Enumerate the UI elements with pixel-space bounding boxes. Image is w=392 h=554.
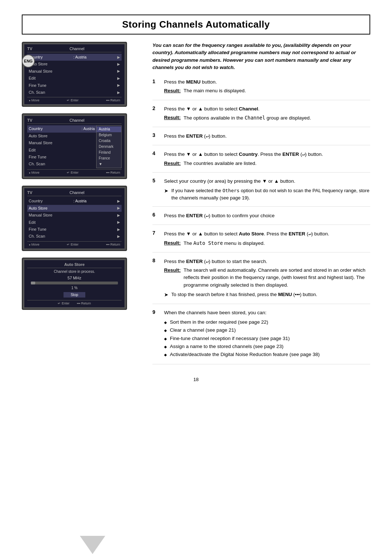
step-num-3: 3 — [152, 132, 160, 140]
step-content-8: Press the ENTER (↵) button to start the … — [164, 258, 370, 299]
menu-item-edit-2: Edit — [27, 147, 96, 154]
step-7: 7 Press the ▼ or ▲ button to select Auto… — [152, 230, 370, 252]
bullet-1: Sort them in the order required (see pag… — [164, 319, 370, 326]
step-9: 9 When the channels have been stored, yo… — [152, 309, 370, 365]
menu-item-finetune-3: Fine Tune ▶ — [27, 226, 122, 233]
screen2-menu-wrap: Country : Austria Auto Store Manual Stor… — [27, 125, 122, 168]
stop-button[interactable]: Stop — [64, 292, 86, 298]
bottom-triangle-decoration — [80, 536, 105, 554]
move-label-2: ⬥ Move — [29, 171, 40, 174]
country-dropdown: Austria Belgium Croatia Denmark Finland … — [96, 125, 122, 168]
menu-item-country-1: Country : Austria ▶ — [27, 54, 122, 61]
auto-store-freq: 57 MHz — [27, 276, 122, 280]
step-num-5: 5 — [152, 178, 160, 201]
step-8: 8 Press the ENTER (↵) button to start th… — [152, 258, 370, 304]
page: Storing Channels Automatically ENG TV Ch… — [0, 15, 392, 554]
progress-fill — [31, 282, 35, 284]
menu-item-autostore-2: Auto Store — [27, 133, 96, 139]
eng-badge: ENG — [22, 54, 35, 68]
step1-result: Result: The main menu is displayed. — [164, 87, 370, 94]
tv-footer-1: ⬥ Move ↵ Enter ▪▪▪ Return — [27, 97, 122, 103]
tv-header-3: TV Channel — [27, 190, 122, 196]
menu-item-edit-3: Edit ▶ — [27, 219, 122, 226]
menu-item-autostore-1: Auto Store ▶ — [27, 61, 122, 68]
step-num-1: 1 — [152, 78, 160, 95]
bullet-3: Fine-tune channel reception if necessary… — [164, 335, 370, 342]
progress-bar — [31, 282, 118, 284]
step-content-4: Press the ▼ or ▲ button to select Countr… — [164, 150, 370, 167]
tv-screen-3: TV Channel Country : Austria ▶ Auto Stor… — [22, 186, 127, 251]
step-6: 6 Press the ENTER (↵) button to confirm … — [152, 212, 370, 225]
step2-result: Result: The options available in the Cha… — [164, 114, 370, 122]
step-num-9: 9 — [152, 309, 160, 359]
bullet-2: Clear a channel (see page 21) — [164, 327, 370, 334]
step4-result: Result: The countries available are list… — [164, 160, 370, 167]
tv-footer-2: ⬥ Move ↵ Enter ▪▪▪ Return — [27, 169, 122, 175]
menu-item-manualstore-2: Manual Store — [27, 139, 96, 146]
auto-store-subtitle: Channel store in process. — [27, 270, 122, 274]
step-content-5: Select your country (or area) by pressin… — [164, 178, 370, 201]
bullet-5: Activate/deactivate the Digital Noise Re… — [164, 351, 370, 358]
step-3: 3 Press the ENTER (↵) button. — [152, 132, 370, 145]
auto-store-pct: 1 % — [27, 286, 122, 290]
step7-result: Result: The Auto Store menu is displayed… — [164, 239, 370, 247]
menu-item-edit-1: Edit ▶ — [27, 75, 122, 82]
menu-item-finetune-2: Fine Tune — [27, 154, 96, 161]
content-area: TV Channel Country : Austria ▶ Auto Stor… — [22, 42, 370, 369]
title-bar: Storing Channels Automatically — [22, 15, 370, 35]
tv-header-2: TV Channel — [27, 118, 122, 124]
auto-store-title: Auto Store — [27, 262, 122, 268]
step-content-9: When the channels have been stored, you … — [164, 309, 370, 359]
step-5: 5 Select your country (or area) by press… — [152, 178, 370, 207]
step-content-1: Press the MENU button. Result: The main … — [164, 78, 370, 95]
enter-label-1: ↵ Enter — [67, 98, 78, 102]
return-label-1: ▪▪▪ Return — [106, 98, 120, 102]
step-4: 4 Press the ▼ or ▲ button to select Coun… — [152, 150, 370, 173]
tv-inner-1: TV Channel Country : Austria ▶ Auto Stor… — [24, 44, 124, 104]
intro-paragraph: You can scan for the frequency ranges av… — [152, 42, 370, 71]
tv-channel-label-1: Channel — [32, 46, 122, 51]
menu-item-autostore-3: Auto Store ▶ — [27, 205, 122, 212]
enter-label-3: ↵ Enter — [67, 243, 78, 246]
right-column: You can scan for the frequency ranges av… — [152, 42, 370, 369]
left-column: TV Channel Country : Austria ▶ Auto Stor… — [22, 42, 142, 369]
enter-label-4: ↵ Enter — [58, 302, 69, 305]
menu-item-country-2: Country : Austria — [27, 125, 96, 132]
tv-header-1: TV Channel — [27, 46, 122, 52]
tv-inner-2: TV Channel Country : Austria Auto Store — [24, 116, 124, 177]
step-content-2: Press the ▼ or ▲ button to select Channe… — [164, 105, 370, 122]
bullet-4: Assign a name to the stored channels (se… — [164, 343, 370, 350]
step-content-3: Press the ENTER (↵) button. — [164, 132, 370, 140]
stop-btn-wrap: Stop — [27, 291, 122, 299]
menu-item-chscan-3: Ch. Scan ▶ — [27, 233, 122, 240]
step-content-7: Press the ▼ or ▲ button to select Auto S… — [164, 230, 370, 247]
menu-item-chscan-2: Ch. Scan — [27, 161, 96, 167]
menu-item-chscan-1: Ch. Scan ▶ — [27, 89, 122, 96]
step-num-6: 6 — [152, 212, 160, 219]
tv-inner-4: Auto Store Channel store in process. 57 … — [24, 260, 124, 307]
page-title: Storing Channels Automatically — [30, 19, 362, 30]
menu-item-manualstore-1: Manual Store ▶ — [27, 68, 122, 75]
tv-label-1: TV — [27, 46, 32, 51]
auto-store-footer: ↵ Enter ▪▪▪ Return — [27, 300, 122, 306]
step8-note: ➤ To stop the search before it has finis… — [164, 291, 370, 299]
enter-label-2: ↵ Enter — [67, 171, 78, 174]
step-num-4: 4 — [152, 150, 160, 167]
step-1: 1 Press the MENU button. Result: The mai… — [152, 78, 370, 100]
tv-inner-3: TV Channel Country : Austria ▶ Auto Stor… — [24, 188, 124, 248]
menu-item-finetune-1: Fine Tune ▶ — [27, 82, 122, 89]
step8-result: Result: The search will end automaticall… — [164, 267, 370, 289]
tv-screen-1: TV Channel Country : Austria ▶ Auto Stor… — [22, 42, 127, 107]
move-label-3: ⬥ Move — [29, 243, 40, 246]
page-number: 18 — [0, 377, 392, 382]
tv-screen-2: TV Channel Country : Austria Auto Store — [22, 113, 127, 179]
menu-item-manualstore-3: Manual Store ▶ — [27, 212, 122, 219]
step-num-2: 2 — [152, 105, 160, 122]
return-label-3: ▪▪▪ Return — [106, 243, 120, 246]
step-content-6: Press the ENTER (↵) button to confirm yo… — [164, 212, 370, 219]
step-num-8: 8 — [152, 258, 160, 299]
tv-screen-4: Auto Store Channel store in process. 57 … — [22, 258, 127, 310]
move-label-1: ⬥ Move — [29, 98, 40, 102]
return-label-2: ▪▪▪ Return — [106, 171, 120, 174]
step9-bullets: Sort them in the order required (see pag… — [164, 319, 370, 358]
